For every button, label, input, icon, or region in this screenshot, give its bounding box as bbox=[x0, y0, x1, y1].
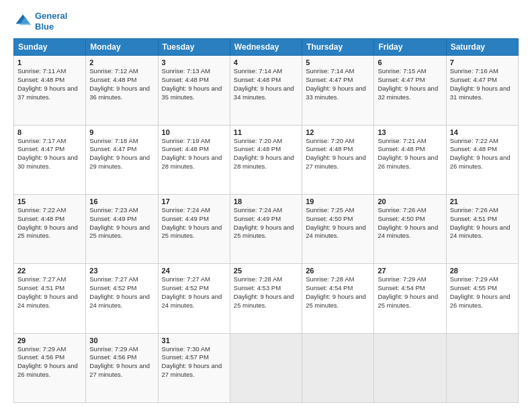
calendar-cell: 16 Sunrise: 7:23 AM Sunset: 4:49 PM Dayl… bbox=[86, 194, 158, 263]
day-info: Sunrise: 7:27 AM Sunset: 4:52 PM Dayligh… bbox=[162, 275, 226, 310]
calendar-cell: 1 Sunrise: 7:11 AM Sunset: 4:48 PM Dayli… bbox=[14, 56, 86, 125]
calendar-cell: 28 Sunrise: 7:29 AM Sunset: 4:55 PM Dayl… bbox=[446, 264, 518, 333]
day-info: Sunrise: 7:18 AM Sunset: 4:47 PM Dayligh… bbox=[89, 137, 154, 171]
day-info: Sunrise: 7:14 AM Sunset: 4:47 PM Dayligh… bbox=[306, 67, 370, 101]
calendar-cell bbox=[446, 333, 518, 402]
calendar-cell: 4 Sunrise: 7:14 AM Sunset: 4:48 PM Dayli… bbox=[230, 56, 302, 125]
day-info: Sunrise: 7:29 AM Sunset: 4:56 PM Dayligh… bbox=[89, 345, 154, 379]
day-info: Sunrise: 7:24 AM Sunset: 4:49 PM Dayligh… bbox=[234, 206, 298, 240]
day-info: Sunrise: 7:26 AM Sunset: 4:51 PM Dayligh… bbox=[450, 206, 515, 240]
day-number: 7 bbox=[450, 58, 515, 66]
calendar-cell: 9 Sunrise: 7:18 AM Sunset: 4:47 PM Dayli… bbox=[86, 125, 158, 194]
day-headers-row: SundayMondayTuesdayWednesdayThursdayFrid… bbox=[14, 39, 519, 56]
day-info: Sunrise: 7:14 AM Sunset: 4:48 PM Dayligh… bbox=[234, 67, 298, 101]
day-number: 16 bbox=[89, 197, 154, 205]
day-number: 18 bbox=[234, 197, 298, 205]
day-info: Sunrise: 7:22 AM Sunset: 4:48 PM Dayligh… bbox=[17, 206, 82, 240]
day-number: 15 bbox=[17, 197, 82, 205]
day-info: Sunrise: 7:16 AM Sunset: 4:47 PM Dayligh… bbox=[450, 67, 515, 101]
calendar-cell: 31 Sunrise: 7:30 AM Sunset: 4:57 PM Dayl… bbox=[158, 333, 230, 402]
day-info: Sunrise: 7:12 AM Sunset: 4:48 PM Dayligh… bbox=[89, 67, 154, 101]
week-row-1: 1 Sunrise: 7:11 AM Sunset: 4:48 PM Dayli… bbox=[14, 56, 519, 125]
day-info: Sunrise: 7:24 AM Sunset: 4:49 PM Dayligh… bbox=[162, 206, 226, 240]
day-number: 27 bbox=[378, 267, 442, 275]
day-number: 11 bbox=[234, 128, 298, 136]
calendar-cell: 5 Sunrise: 7:14 AM Sunset: 4:47 PM Dayli… bbox=[302, 56, 374, 125]
day-info: Sunrise: 7:29 AM Sunset: 4:55 PM Dayligh… bbox=[450, 275, 515, 310]
day-info: Sunrise: 7:19 AM Sunset: 4:48 PM Dayligh… bbox=[162, 137, 226, 171]
logo-text: General Blue bbox=[35, 11, 67, 32]
day-number: 24 bbox=[162, 267, 226, 275]
day-number: 30 bbox=[89, 336, 154, 345]
calendar-cell: 29 Sunrise: 7:29 AM Sunset: 4:56 PM Dayl… bbox=[14, 333, 86, 402]
day-info: Sunrise: 7:26 AM Sunset: 4:50 PM Dayligh… bbox=[378, 206, 442, 240]
calendar-cell bbox=[374, 333, 446, 402]
day-number: 5 bbox=[306, 58, 370, 66]
day-info: Sunrise: 7:22 AM Sunset: 4:48 PM Dayligh… bbox=[450, 137, 515, 171]
day-info: Sunrise: 7:17 AM Sunset: 4:47 PM Dayligh… bbox=[17, 137, 82, 171]
day-info: Sunrise: 7:20 AM Sunset: 4:48 PM Dayligh… bbox=[306, 137, 370, 171]
day-header-sunday: Sunday bbox=[14, 39, 86, 56]
week-row-2: 8 Sunrise: 7:17 AM Sunset: 4:47 PM Dayli… bbox=[14, 125, 519, 194]
calendar-cell: 21 Sunrise: 7:26 AM Sunset: 4:51 PM Dayl… bbox=[446, 194, 518, 263]
calendar-cell: 19 Sunrise: 7:25 AM Sunset: 4:50 PM Dayl… bbox=[302, 194, 374, 263]
calendar-cell: 15 Sunrise: 7:22 AM Sunset: 4:48 PM Dayl… bbox=[14, 194, 86, 263]
calendar-cell: 14 Sunrise: 7:22 AM Sunset: 4:48 PM Dayl… bbox=[446, 125, 518, 194]
calendar-header: SundayMondayTuesdayWednesdayThursdayFrid… bbox=[14, 39, 519, 56]
day-number: 13 bbox=[378, 128, 442, 136]
day-info: Sunrise: 7:28 AM Sunset: 4:54 PM Dayligh… bbox=[306, 275, 370, 310]
day-number: 14 bbox=[450, 128, 515, 136]
calendar-cell: 20 Sunrise: 7:26 AM Sunset: 4:50 PM Dayl… bbox=[374, 194, 446, 263]
day-number: 2 bbox=[89, 58, 154, 66]
day-info: Sunrise: 7:29 AM Sunset: 4:56 PM Dayligh… bbox=[17, 345, 82, 379]
day-number: 19 bbox=[306, 197, 370, 205]
day-info: Sunrise: 7:13 AM Sunset: 4:48 PM Dayligh… bbox=[162, 67, 226, 101]
week-row-5: 29 Sunrise: 7:29 AM Sunset: 4:56 PM Dayl… bbox=[14, 333, 519, 402]
day-number: 6 bbox=[378, 58, 442, 66]
calendar-cell: 18 Sunrise: 7:24 AM Sunset: 4:49 PM Dayl… bbox=[230, 194, 302, 263]
calendar-cell: 24 Sunrise: 7:27 AM Sunset: 4:52 PM Dayl… bbox=[158, 264, 230, 333]
calendar-cell: 12 Sunrise: 7:20 AM Sunset: 4:48 PM Dayl… bbox=[302, 125, 374, 194]
page: General Blue SundayMondayTuesdayWednesda… bbox=[0, 0, 532, 411]
day-info: Sunrise: 7:20 AM Sunset: 4:48 PM Dayligh… bbox=[234, 137, 298, 171]
calendar-body: 1 Sunrise: 7:11 AM Sunset: 4:48 PM Dayli… bbox=[14, 56, 519, 403]
day-header-friday: Friday bbox=[374, 39, 446, 56]
calendar-cell bbox=[302, 333, 374, 402]
day-number: 20 bbox=[378, 197, 442, 205]
day-header-tuesday: Tuesday bbox=[158, 39, 230, 56]
day-number: 23 bbox=[89, 267, 154, 275]
day-header-thursday: Thursday bbox=[302, 39, 374, 56]
day-number: 31 bbox=[162, 336, 226, 345]
calendar-cell: 6 Sunrise: 7:15 AM Sunset: 4:47 PM Dayli… bbox=[374, 56, 446, 125]
calendar-cell: 10 Sunrise: 7:19 AM Sunset: 4:48 PM Dayl… bbox=[158, 125, 230, 194]
calendar-table: SundayMondayTuesdayWednesdayThursdayFrid… bbox=[13, 38, 519, 403]
day-info: Sunrise: 7:25 AM Sunset: 4:50 PM Dayligh… bbox=[306, 206, 370, 240]
week-row-3: 15 Sunrise: 7:22 AM Sunset: 4:48 PM Dayl… bbox=[14, 194, 519, 263]
logo: General Blue bbox=[13, 11, 67, 32]
day-number: 8 bbox=[17, 128, 82, 136]
calendar-cell: 13 Sunrise: 7:21 AM Sunset: 4:48 PM Dayl… bbox=[374, 125, 446, 194]
day-number: 3 bbox=[162, 58, 226, 66]
day-info: Sunrise: 7:11 AM Sunset: 4:48 PM Dayligh… bbox=[17, 67, 82, 101]
day-number: 25 bbox=[234, 267, 298, 275]
day-number: 9 bbox=[89, 128, 154, 136]
calendar-cell: 30 Sunrise: 7:29 AM Sunset: 4:56 PM Dayl… bbox=[86, 333, 158, 402]
day-number: 29 bbox=[17, 336, 82, 345]
day-info: Sunrise: 7:27 AM Sunset: 4:52 PM Dayligh… bbox=[89, 275, 154, 310]
day-info: Sunrise: 7:23 AM Sunset: 4:49 PM Dayligh… bbox=[89, 206, 154, 240]
day-number: 17 bbox=[162, 197, 226, 205]
calendar-cell: 8 Sunrise: 7:17 AM Sunset: 4:47 PM Dayli… bbox=[14, 125, 86, 194]
header: General Blue bbox=[13, 11, 519, 32]
calendar-cell: 11 Sunrise: 7:20 AM Sunset: 4:48 PM Dayl… bbox=[230, 125, 302, 194]
logo-icon bbox=[13, 12, 32, 31]
day-info: Sunrise: 7:28 AM Sunset: 4:53 PM Dayligh… bbox=[234, 275, 298, 310]
calendar-cell: 7 Sunrise: 7:16 AM Sunset: 4:47 PM Dayli… bbox=[446, 56, 518, 125]
calendar-cell: 27 Sunrise: 7:29 AM Sunset: 4:54 PM Dayl… bbox=[374, 264, 446, 333]
calendar-cell bbox=[230, 333, 302, 402]
calendar-cell: 25 Sunrise: 7:28 AM Sunset: 4:53 PM Dayl… bbox=[230, 264, 302, 333]
day-info: Sunrise: 7:21 AM Sunset: 4:48 PM Dayligh… bbox=[378, 137, 442, 171]
day-number: 22 bbox=[17, 267, 82, 275]
day-header-wednesday: Wednesday bbox=[230, 39, 302, 56]
day-number: 12 bbox=[306, 128, 370, 136]
calendar-cell: 23 Sunrise: 7:27 AM Sunset: 4:52 PM Dayl… bbox=[86, 264, 158, 333]
